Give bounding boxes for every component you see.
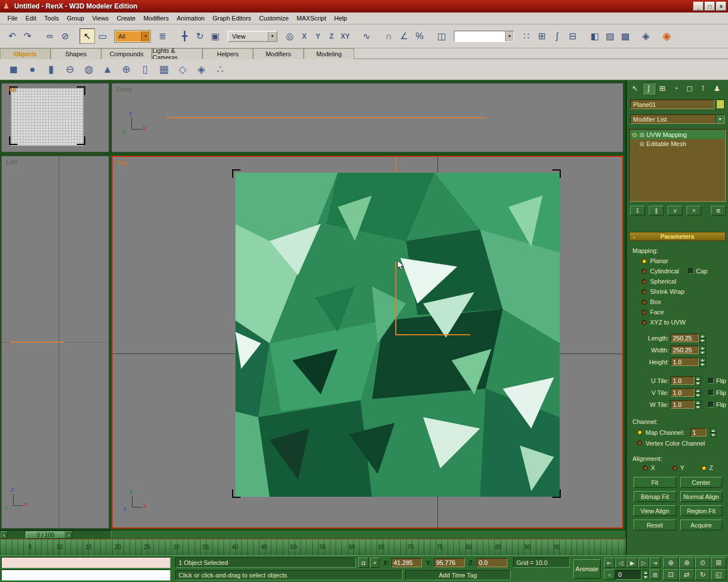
alignment-button[interactable]: Normal Align [680, 491, 723, 502]
transform-gizmo-y-axis[interactable] [395, 261, 396, 335]
mapping-option[interactable]: Spherical [629, 276, 727, 286]
mapping-option[interactable]: Face [629, 307, 727, 317]
material-editor-icon[interactable]: ◧ [587, 28, 602, 44]
category-tab[interactable]: Lights & Cameras [152, 48, 202, 59]
schematic-view-icon[interactable]: ⊟ [565, 28, 580, 44]
y-coordinate-field[interactable]: 95.776 [434, 558, 465, 567]
current-time-field[interactable]: 0 [615, 570, 642, 580]
dropdown-arrow-icon[interactable]: ▼ [505, 31, 514, 41]
next-frame-arrow-icon[interactable]: › [65, 531, 72, 539]
modifier-node-icon[interactable]: ⊞ [639, 141, 644, 147]
hierarchy-tab-icon[interactable]: ⊞ [656, 82, 669, 94]
spinner[interactable] [643, 570, 649, 579]
menu-item[interactable]: Create [113, 13, 139, 23]
zoom-extents-all-icon[interactable]: ⊞ [711, 557, 726, 568]
radio-icon[interactable] [637, 440, 642, 446]
spinner[interactable] [695, 400, 701, 409]
menu-item[interactable]: Tools [40, 13, 63, 23]
category-tab[interactable]: Modeling [304, 48, 354, 59]
spinner[interactable] [700, 346, 706, 355]
configure-modifier-sets-icon[interactable]: ≣ [711, 206, 726, 215]
rectangular-selection-region-icon[interactable]: ▭ [95, 28, 110, 44]
time-slider-handle[interactable]: 0 / 100 [26, 531, 65, 539]
ik-toggle-icon[interactable]: ∿ [359, 28, 374, 44]
unlink-selection-icon[interactable]: ⊘ [57, 28, 73, 44]
menu-item[interactable]: Modifiers [139, 13, 173, 23]
mapping-option[interactable]: Planar [629, 256, 727, 266]
category-tab[interactable]: Compounds [101, 48, 152, 59]
category-tab[interactable]: Shapes [51, 48, 101, 59]
time-slider[interactable]: ‹ 0 / 100 › [0, 530, 111, 539]
alignment-axis-radio[interactable]: Y [672, 464, 684, 471]
align-icon[interactable]: ∷ [519, 28, 534, 44]
time-configuration-icon[interactable]: ⊞ [650, 569, 660, 580]
tile-value-field[interactable]: 1.0 [671, 388, 694, 397]
alignment-axis-radio[interactable]: Z [701, 464, 713, 471]
alignment-button[interactable]: View Align [634, 505, 676, 516]
remove-modifier-icon[interactable]: × [686, 206, 701, 215]
named-selection-dropdown[interactable]: ▼ [454, 31, 514, 42]
w3d-export-icon[interactable]: ◈ [638, 28, 653, 44]
alignment-button[interactable]: Region Fit [680, 505, 723, 516]
dropdown-arrow-icon[interactable]: ▼ [715, 115, 724, 123]
alignment-button[interactable]: Acquire [680, 519, 723, 530]
maxscript-listener-input-row[interactable] [1, 569, 171, 581]
flip-checkbox[interactable] [708, 378, 714, 384]
alignment-button[interactable]: Reset [634, 519, 676, 530]
render-preview-icon[interactable]: ◉ [659, 28, 675, 44]
sphere-primitive-icon[interactable]: ● [27, 64, 38, 76]
viewport-label[interactable]: Left [6, 159, 17, 165]
mapping-option[interactable]: Cylindrical Cap [629, 266, 727, 276]
zoom-extents-icon[interactable]: ⊙ [695, 557, 710, 568]
radio-icon[interactable] [642, 279, 647, 284]
use-pivot-center-icon[interactable]: ◎ [282, 28, 297, 44]
create-tab-icon[interactable]: ↖ [628, 82, 642, 94]
mapping-option[interactable]: Shrink Wrap [629, 286, 727, 297]
play-animation-icon[interactable]: ▶ [627, 558, 638, 568]
quick-render-icon[interactable]: ▩ [618, 28, 633, 44]
category-tab[interactable]: Helpers [202, 48, 253, 59]
close-button[interactable]: × [716, 2, 726, 11]
radio-icon[interactable] [642, 259, 647, 264]
track-bar[interactable]: 5101520253035404550556065707580859095 [0, 539, 626, 555]
dropdown-arrow-icon[interactable]: ▼ [141, 31, 150, 41]
reference-coordinate-dropdown[interactable]: View ▼ [228, 31, 278, 42]
dropdown-arrow-icon[interactable]: ▼ [268, 32, 276, 41]
zoom-all-icon[interactable]: ⊛ [679, 557, 694, 568]
radio-icon[interactable] [642, 269, 647, 274]
region-zoom-icon[interactable]: ⊡ [663, 569, 679, 580]
alignment-axis-radio[interactable]: X [643, 464, 655, 471]
angle-snap-icon[interactable]: ∠ [396, 28, 412, 44]
visibility-bulb-icon[interactable]: ⊙ [632, 131, 637, 139]
modify-tab-icon[interactable]: ∫ [642, 82, 655, 94]
selection-filter-dropdown[interactable]: All ▼ [115, 31, 150, 42]
mapping-option[interactable]: XYZ to UVW [629, 317, 727, 327]
dimension-value-field[interactable]: 1.0 [671, 357, 699, 366]
mirror-icon[interactable]: ◫ [434, 28, 449, 44]
spinner[interactable] [700, 334, 706, 343]
menu-item[interactable]: Help [330, 13, 351, 23]
object-name-field[interactable]: Plane01 [630, 99, 714, 109]
cap-checkbox[interactable] [688, 268, 694, 274]
make-unique-icon[interactable]: ⋎ [668, 206, 682, 215]
modifier-stack-row[interactable]: ⊙ ⊞ Editable Mesh [630, 139, 725, 148]
show-end-result-icon[interactable]: ∥ [649, 206, 664, 215]
menu-item[interactable]: Views [88, 13, 113, 23]
tile-value-field[interactable]: 1.0 [671, 400, 694, 409]
transform-gizmo-x-axis[interactable] [395, 334, 470, 335]
parameters-rollout-header[interactable]: - Parameters [629, 232, 726, 241]
axis-constraint-button[interactable]: XY [339, 30, 351, 43]
alignment-button[interactable]: Bitmap Fit [634, 491, 676, 502]
torus-primitive-icon[interactable]: ⊖ [64, 63, 76, 76]
bones-icon[interactable]: ∴ [214, 63, 226, 76]
key-mode-toggle-icon[interactable]: ○ [604, 569, 615, 580]
add-time-tag-field[interactable]: Add Time Tag [405, 570, 511, 580]
radio-icon[interactable] [672, 465, 677, 471]
radio-icon[interactable] [642, 310, 647, 315]
cone-primitive-icon[interactable]: ▲ [102, 64, 113, 76]
spinner[interactable] [695, 376, 701, 385]
category-tab[interactable]: Modifiers [253, 48, 304, 59]
render-scene-icon[interactable]: ▨ [602, 28, 618, 44]
select-object-icon[interactable]: ↖ [80, 28, 95, 44]
flip-checkbox[interactable] [708, 402, 714, 408]
